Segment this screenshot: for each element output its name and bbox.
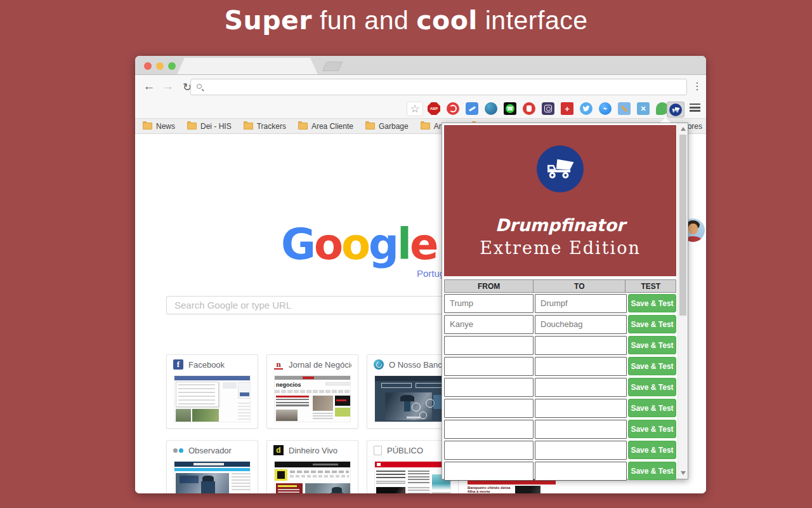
from-input[interactable] <box>444 462 534 481</box>
table-row: Save & Test <box>444 293 676 314</box>
to-input[interactable] <box>535 378 627 397</box>
from-input[interactable] <box>444 441 534 460</box>
to-input[interactable] <box>535 441 627 460</box>
nosso-banco-thumbnail <box>374 375 451 422</box>
popup-header: Drumpfinator Extreme Edition <box>444 125 676 276</box>
avatar-face <box>688 224 698 234</box>
save-test-button[interactable]: Save & Test <box>628 462 676 480</box>
bookmark-label: Area Cliente <box>311 122 353 131</box>
to-input[interactable] <box>535 462 627 481</box>
bookmark-star-icon[interactable]: ☆ <box>407 102 423 116</box>
header-test: TEST <box>625 279 676 293</box>
tile-title: O Nosso Banco <box>389 360 447 370</box>
forward-button: → <box>160 79 176 93</box>
header-to: TO <box>534 279 625 293</box>
popup-title: Drumpfinator <box>444 215 676 235</box>
twitter-icon[interactable] <box>580 102 593 115</box>
browser-tab[interactable] <box>177 58 318 74</box>
bookmark-folder-news[interactable]: News <box>143 122 175 131</box>
instagram-icon[interactable] <box>542 102 554 115</box>
popup-scrollbar[interactable] <box>678 123 688 479</box>
bookmark-label: Dei - HIS <box>200 122 232 131</box>
bookmark-label: News <box>156 122 175 131</box>
blue-cross-icon[interactable]: ✕ <box>637 102 650 115</box>
observador-thumbnail <box>174 461 251 493</box>
table-row: Save & Test <box>444 460 676 481</box>
save-test-button[interactable]: Save & Test <box>628 357 676 375</box>
to-input[interactable] <box>535 357 627 376</box>
facebook-thumbnail <box>174 375 251 422</box>
stop-hand-icon[interactable] <box>523 102 535 115</box>
negocios-thumbnail: negocios <box>274 375 351 422</box>
bookmark-folder-dei-his[interactable]: Dei - HIS <box>187 122 232 131</box>
to-input[interactable] <box>535 336 627 355</box>
banner-word-cool: cool <box>416 5 478 36</box>
logo-letter: g <box>369 220 397 269</box>
chrome-menu-button[interactable]: ⋮ <box>692 80 702 92</box>
bookmark-folder-garbage[interactable]: Garbage <box>365 122 409 131</box>
tile-jornal-negocios[interactable]: nJornal de Negócios negocios <box>266 354 358 429</box>
partial-tile-photo <box>515 486 540 493</box>
from-input[interactable] <box>444 336 534 355</box>
scrollbar-thumb[interactable] <box>679 135 686 316</box>
from-input[interactable] <box>444 315 534 334</box>
messenger-icon[interactable] <box>599 102 612 115</box>
from-input[interactable] <box>444 399 534 418</box>
publico-thumbnail <box>374 461 451 493</box>
scroll-up-arrow-icon[interactable] <box>681 127 686 131</box>
bookmark-folder-area-cliente[interactable]: Area Cliente <box>298 122 353 131</box>
table-row: Save & Test <box>444 356 676 377</box>
from-input[interactable] <box>444 357 534 376</box>
to-input[interactable] <box>535 399 627 418</box>
from-input[interactable] <box>444 378 534 397</box>
folder-icon <box>298 123 308 130</box>
tile-title: Jornal de Negócios <box>289 360 351 370</box>
save-test-button[interactable]: Save & Test <box>628 399 676 417</box>
table-row: Save & Test <box>444 377 676 398</box>
save-test-button[interactable]: Save & Test <box>628 420 676 438</box>
google-search-input[interactable] <box>166 296 453 314</box>
partial-tile-headline: Banqueiro chinês deixa filha à morte <box>468 486 513 493</box>
adblock-plus-icon[interactable]: ABP <box>428 102 440 115</box>
nosso-banco-favicon <box>374 359 384 370</box>
tab-strip <box>135 56 706 75</box>
minimize-window-button[interactable] <box>156 62 164 70</box>
globe-extension-icon[interactable] <box>485 102 497 115</box>
drumpfinator-popup: Drumpfinator Extreme Edition FROM TO TES… <box>442 123 688 479</box>
bookmark-folder-trackers[interactable]: Trackers <box>244 122 286 131</box>
to-input[interactable] <box>535 294 627 313</box>
to-input[interactable] <box>535 315 627 334</box>
screenshot-pencil-icon[interactable] <box>618 102 631 115</box>
save-test-button[interactable]: Save & Test <box>628 336 676 354</box>
save-test-button[interactable]: Save & Test <box>628 294 676 312</box>
chart-extension-icon[interactable] <box>466 102 478 115</box>
scroll-down-arrow-icon[interactable] <box>681 471 686 475</box>
red-circle-extension-icon[interactable] <box>447 102 459 115</box>
red-plus-icon[interactable]: + <box>561 102 573 115</box>
bookmark-label: Garbage <box>379 122 409 131</box>
banner-title: Super fun and cool interface <box>0 5 812 36</box>
tile-dinheiro-vivo[interactable]: dDinheiro Vivo <box>266 440 358 493</box>
banner-word-funand: fun and <box>312 6 416 35</box>
tile-title: PÚBLICO <box>387 446 423 455</box>
whatsapp-icon[interactable] <box>504 102 516 115</box>
to-input[interactable] <box>535 420 627 439</box>
dinheiro-vivo-favicon: d <box>273 445 284 455</box>
address-bar[interactable] <box>190 79 687 95</box>
close-window-button[interactable] <box>144 62 152 70</box>
from-input[interactable] <box>444 294 534 313</box>
from-input[interactable] <box>444 420 534 439</box>
table-row: Save & Test <box>444 418 676 439</box>
hamburger-menu-icon[interactable] <box>690 104 700 112</box>
tile-partial-news[interactable]: Banqueiro chinês deixa filha à morte <box>468 479 556 493</box>
tile-observador[interactable]: Observador <box>166 440 258 493</box>
back-button[interactable]: ← <box>141 79 157 93</box>
tile-facebook[interactable]: fFacebook <box>166 354 258 429</box>
save-test-button[interactable]: Save & Test <box>628 378 676 396</box>
table-row: Save & Test <box>444 335 676 356</box>
save-test-button[interactable]: Save & Test <box>628 315 676 333</box>
zoom-window-button[interactable] <box>168 62 176 70</box>
save-test-button[interactable]: Save & Test <box>628 441 676 459</box>
new-tab-button[interactable] <box>322 62 343 71</box>
drumpfinator-extension-button[interactable] <box>667 102 684 117</box>
